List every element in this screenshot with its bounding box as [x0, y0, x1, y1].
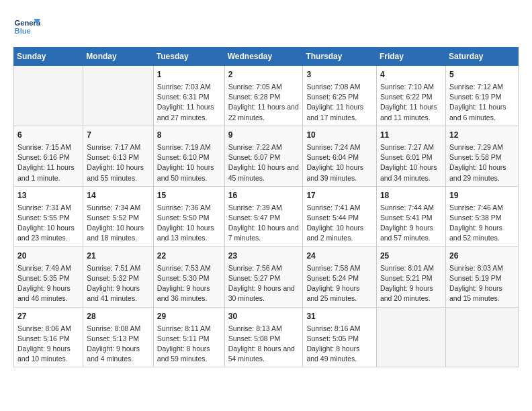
calendar-cell: 6 Sunrise: 7:15 AM Sunset: 6:16 PM Dayli… [14, 126, 83, 186]
sunset: Sunset: 5:35 PM [17, 274, 70, 282]
day-number: 28 [87, 310, 149, 322]
sunrise: Sunrise: 8:13 AM [228, 324, 282, 332]
cell-content: Sunrise: 7:36 AM Sunset: 5:50 PM Dayligh… [157, 203, 221, 244]
cell-content: Sunrise: 7:58 AM Sunset: 5:24 PM Dayligh… [306, 263, 373, 304]
day-number: 25 [380, 250, 442, 262]
daylight: Daylight: 10 hours and 13 minutes. [157, 224, 214, 242]
sunrise: Sunrise: 8:06 AM [17, 324, 71, 332]
day-number: 12 [449, 129, 515, 141]
cell-content: Sunrise: 7:31 AM Sunset: 5:55 PM Dayligh… [17, 203, 79, 244]
cell-content: Sunrise: 7:15 AM Sunset: 6:16 PM Dayligh… [17, 142, 79, 183]
calendar-cell: 8 Sunrise: 7:19 AM Sunset: 6:10 PM Dayli… [153, 126, 224, 186]
logo: General Blue [13, 13, 43, 40]
sunset: Sunset: 5:19 PM [449, 274, 502, 282]
cell-content: Sunrise: 7:10 AM Sunset: 6:22 PM Dayligh… [380, 82, 442, 123]
daylight: Daylight: 10 hours and 55 minutes. [87, 163, 144, 181]
calendar-cell: 31 Sunrise: 8:16 AM Sunset: 5:05 PM Dayl… [303, 307, 377, 367]
daylight: Daylight: 10 hours and 34 minutes. [380, 163, 437, 181]
sunset: Sunset: 5:50 PM [157, 214, 210, 222]
sunset: Sunset: 5:38 PM [449, 214, 502, 222]
sunset: Sunset: 6:25 PM [306, 93, 359, 101]
cell-content: Sunrise: 7:12 AM Sunset: 6:19 PM Dayligh… [449, 82, 515, 123]
day-number: 29 [157, 310, 221, 322]
day-number: 23 [228, 250, 300, 262]
daylight: Daylight: 10 hours and 7 minutes. [228, 224, 299, 242]
sunset: Sunset: 5:16 PM [17, 334, 70, 342]
sunrise: Sunrise: 7:05 AM [228, 83, 282, 91]
day-number: 21 [87, 250, 149, 262]
sunrise: Sunrise: 7:56 AM [228, 264, 282, 272]
sunset: Sunset: 5:55 PM [17, 214, 70, 222]
cell-content: Sunrise: 7:34 AM Sunset: 5:52 PM Dayligh… [87, 203, 149, 244]
page-header: General Blue [13, 13, 519, 40]
daylight: Daylight: 8 hours and 49 minutes. [306, 345, 359, 363]
calendar-cell: 5 Sunrise: 7:12 AM Sunset: 6:19 PM Dayli… [445, 66, 518, 126]
calendar-cell: 1 Sunrise: 7:03 AM Sunset: 6:31 PM Dayli… [153, 66, 224, 126]
calendar-cell: 14 Sunrise: 7:34 AM Sunset: 5:52 PM Dayl… [83, 186, 153, 246]
sunset: Sunset: 5:47 PM [228, 214, 281, 222]
calendar-table: SundayMondayTuesdayWednesdayThursdayFrid… [13, 47, 519, 367]
sunset: Sunset: 5:24 PM [306, 274, 359, 282]
sunrise: Sunrise: 7:34 AM [87, 203, 140, 212]
calendar-cell: 7 Sunrise: 7:17 AM Sunset: 6:13 PM Dayli… [83, 126, 153, 186]
weekday-header-sunday: Sunday [14, 48, 83, 66]
sunset: Sunset: 5:58 PM [449, 153, 502, 161]
weekday-header-friday: Friday [376, 48, 445, 66]
day-number: 19 [449, 189, 515, 201]
calendar-cell: 21 Sunrise: 7:51 AM Sunset: 5:32 PM Dayl… [83, 246, 153, 307]
sunset: Sunset: 5:13 PM [87, 334, 139, 342]
day-number: 3 [306, 68, 373, 81]
weekday-header-tuesday: Tuesday [153, 48, 224, 66]
daylight: Daylight: 10 hours and 23 minutes. [17, 224, 75, 242]
weekday-header-wednesday: Wednesday [224, 48, 303, 66]
calendar-cell [445, 307, 518, 367]
sunrise: Sunrise: 7:49 AM [17, 264, 71, 272]
daylight: Daylight: 10 hours and 45 minutes. [228, 163, 299, 181]
daylight: Daylight: 9 hours and 25 minutes. [306, 284, 359, 302]
sunrise: Sunrise: 7:12 AM [449, 83, 503, 91]
day-number: 16 [228, 189, 300, 201]
day-number: 10 [306, 129, 373, 141]
sunrise: Sunrise: 7:15 AM [17, 143, 71, 151]
calendar-cell: 24 Sunrise: 7:58 AM Sunset: 5:24 PM Dayl… [303, 246, 377, 307]
day-number: 2 [228, 68, 300, 81]
sunset: Sunset: 5:32 PM [87, 274, 139, 282]
day-number: 8 [157, 129, 221, 141]
cell-content: Sunrise: 7:19 AM Sunset: 6:10 PM Dayligh… [157, 142, 221, 183]
calendar-cell: 23 Sunrise: 7:56 AM Sunset: 5:27 PM Dayl… [224, 246, 303, 307]
cell-content: Sunrise: 7:29 AM Sunset: 5:58 PM Dayligh… [449, 142, 515, 183]
calendar-cell: 20 Sunrise: 7:49 AM Sunset: 5:35 PM Dayl… [14, 246, 83, 307]
daylight: Daylight: 9 hours and 46 minutes. [17, 284, 71, 302]
cell-content: Sunrise: 8:03 AM Sunset: 5:19 PM Dayligh… [449, 263, 515, 304]
sunrise: Sunrise: 7:17 AM [87, 143, 140, 151]
sunrise: Sunrise: 8:11 AM [157, 324, 211, 332]
calendar-cell [14, 66, 83, 126]
calendar-cell [376, 307, 445, 367]
daylight: Daylight: 10 hours and 39 minutes. [306, 163, 363, 181]
sunset: Sunset: 6:16 PM [17, 153, 70, 161]
calendar-cell: 29 Sunrise: 8:11 AM Sunset: 5:11 PM Dayl… [153, 307, 224, 367]
calendar-cell: 3 Sunrise: 7:08 AM Sunset: 6:25 PM Dayli… [303, 66, 377, 126]
daylight: Daylight: 11 hours and 22 minutes. [228, 103, 299, 121]
cell-content: Sunrise: 8:13 AM Sunset: 5:08 PM Dayligh… [228, 324, 300, 365]
sunrise: Sunrise: 7:51 AM [87, 264, 140, 272]
sunrise: Sunrise: 8:08 AM [87, 324, 140, 332]
day-number: 7 [87, 129, 149, 141]
sunrise: Sunrise: 8:16 AM [306, 324, 360, 332]
day-number: 18 [380, 189, 442, 201]
cell-content: Sunrise: 7:46 AM Sunset: 5:38 PM Dayligh… [449, 203, 515, 244]
sunset: Sunset: 6:01 PM [380, 153, 433, 161]
daylight: Daylight: 9 hours and 52 minutes. [449, 224, 502, 242]
cell-content: Sunrise: 7:17 AM Sunset: 6:13 PM Dayligh… [87, 142, 149, 183]
calendar-cell: 28 Sunrise: 8:08 AM Sunset: 5:13 PM Dayl… [83, 307, 153, 367]
daylight: Daylight: 11 hours and 17 minutes. [306, 103, 363, 121]
calendar-cell: 4 Sunrise: 7:10 AM Sunset: 6:22 PM Dayli… [376, 66, 445, 126]
day-number: 9 [228, 129, 300, 141]
sunset: Sunset: 6:07 PM [228, 153, 281, 161]
day-number: 31 [306, 310, 373, 322]
calendar-cell: 25 Sunrise: 8:01 AM Sunset: 5:21 PM Dayl… [376, 246, 445, 307]
sunrise: Sunrise: 7:08 AM [306, 83, 360, 91]
calendar-cell [83, 66, 153, 126]
calendar-cell: 10 Sunrise: 7:24 AM Sunset: 6:04 PM Dayl… [303, 126, 377, 186]
sunrise: Sunrise: 8:03 AM [449, 264, 503, 272]
